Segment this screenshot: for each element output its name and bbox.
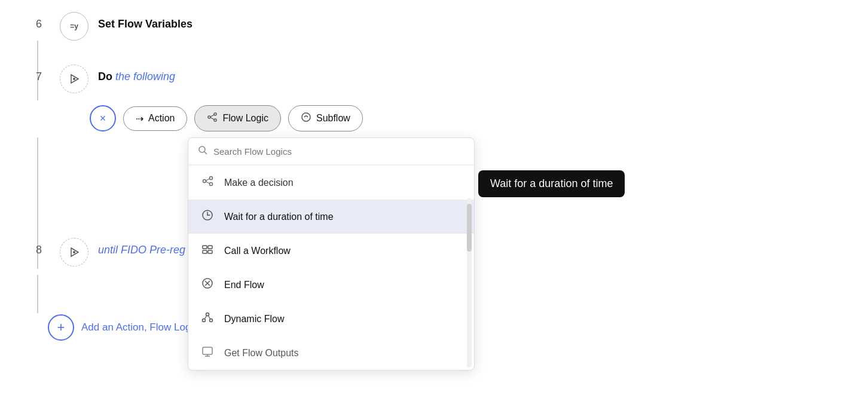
svg-rect-30 xyxy=(203,347,212,354)
step-row-6: 6 =y Set Flow Variables xyxy=(36,12,832,41)
do-prefix: Do xyxy=(98,71,112,82)
dropdown-item-end-flow[interactable]: End Flow xyxy=(188,268,474,302)
svg-point-25 xyxy=(206,313,209,316)
dropdown-item-make-decision[interactable]: Make a decision xyxy=(188,165,474,200)
svg-point-12 xyxy=(210,183,213,186)
search-box xyxy=(188,138,474,165)
step-number-7: 7 xyxy=(36,65,60,83)
step-number-6: 6 xyxy=(36,12,60,30)
make-decision-label: Make a decision xyxy=(224,177,294,188)
tooltip-text: Wait for a duration of time xyxy=(490,177,613,189)
search-input[interactable] xyxy=(213,146,464,157)
step-icon-6: =y xyxy=(60,12,88,41)
svg-line-9 xyxy=(204,152,207,154)
step8-do-icon xyxy=(68,246,81,259)
svg-line-14 xyxy=(206,182,210,183)
connector-8-add xyxy=(37,275,38,313)
action-label: Action xyxy=(148,113,175,124)
svg-line-5 xyxy=(210,115,214,117)
svg-rect-19 xyxy=(208,246,212,249)
step-title-7: Do the following xyxy=(98,71,175,82)
step-icon-8 xyxy=(60,238,88,267)
end-flow-icon xyxy=(200,277,215,292)
search-icon xyxy=(198,145,207,157)
step-icon-7 xyxy=(60,65,88,93)
scrollbar-track[interactable] xyxy=(467,198,472,368)
svg-point-10 xyxy=(203,180,206,183)
toolbar-row: × ⇢ Action Flow Logic xyxy=(90,105,832,131)
wait-duration-icon xyxy=(200,209,215,224)
svg-rect-20 xyxy=(203,250,207,253)
make-decision-icon xyxy=(200,175,215,190)
svg-line-6 xyxy=(210,118,214,120)
svg-line-29 xyxy=(208,316,210,319)
action-icon: ⇢ xyxy=(136,113,143,124)
svg-point-27 xyxy=(210,319,213,322)
flow-logic-label: Flow Logic xyxy=(222,113,268,124)
get-flow-outputs-icon xyxy=(200,345,215,360)
do-suffix: the following xyxy=(115,71,175,82)
dropdown-item-call-workflow[interactable]: Call a Workflow xyxy=(188,234,474,268)
subflow-label: Subflow xyxy=(316,113,350,124)
svg-point-2 xyxy=(208,116,210,118)
flow-logic-dropdown: Make a decision Wait for a duration of t… xyxy=(188,137,475,371)
svg-point-1 xyxy=(73,78,75,80)
dropdown-item-wait-duration[interactable]: Wait for a duration of time xyxy=(188,200,474,234)
svg-line-13 xyxy=(206,179,210,180)
svg-point-7 xyxy=(302,113,310,121)
svg-point-26 xyxy=(203,319,206,322)
svg-rect-18 xyxy=(203,246,207,249)
tooltip-wait-duration: Wait for a duration of time xyxy=(478,170,625,197)
add-button[interactable]: + xyxy=(48,314,74,341)
toolbar-area: × ⇢ Action Flow Logic xyxy=(90,105,832,131)
step-content-7: Do the following xyxy=(98,65,175,83)
close-button[interactable]: × xyxy=(90,105,116,131)
svg-point-11 xyxy=(210,177,213,180)
step-title-6: Set Flow Variables xyxy=(98,18,192,30)
step-content-6: Set Flow Variables xyxy=(98,12,192,30)
subflow-svg xyxy=(301,112,311,123)
step-number-8: 8 xyxy=(36,238,60,256)
flow-logic-icon xyxy=(207,112,218,125)
get-flow-outputs-label: Get Flow Outputs xyxy=(224,348,299,359)
add-icon: + xyxy=(57,321,65,334)
svg-rect-21 xyxy=(208,250,212,253)
svg-point-8 xyxy=(199,146,205,152)
svg-point-3 xyxy=(214,113,216,115)
dynamic-flow-icon xyxy=(200,311,215,326)
dropdown-item-dynamic-flow[interactable]: Dynamic Flow xyxy=(188,302,474,336)
dropdown-item-get-flow-outputs[interactable]: Get Flow Outputs xyxy=(188,336,474,370)
scrollbar-thumb[interactable] xyxy=(467,204,472,252)
flow-logic-svg xyxy=(207,112,218,123)
subflow-icon xyxy=(301,112,311,125)
svg-line-28 xyxy=(204,316,207,319)
call-workflow-label: Call a Workflow xyxy=(224,246,291,256)
svg-point-34 xyxy=(73,251,75,253)
end-flow-label: End Flow xyxy=(224,280,264,290)
flow-logic-button[interactable]: Flow Logic xyxy=(194,105,280,131)
subflow-button[interactable]: Subflow xyxy=(288,105,363,131)
step-row-7: 7 Do the following xyxy=(36,65,832,93)
do-icon xyxy=(68,72,81,85)
wait-duration-label: Wait for a duration of time xyxy=(224,212,334,222)
action-button[interactable]: ⇢ Action xyxy=(123,106,187,131)
set-vars-icon: =y xyxy=(70,22,78,30)
dynamic-flow-label: Dynamic Flow xyxy=(224,314,284,325)
main-canvas: 6 =y Set Flow Variables 7 Do the followi… xyxy=(0,0,868,404)
call-workflow-icon xyxy=(200,243,215,258)
svg-point-4 xyxy=(214,119,216,121)
close-icon: × xyxy=(100,112,106,125)
